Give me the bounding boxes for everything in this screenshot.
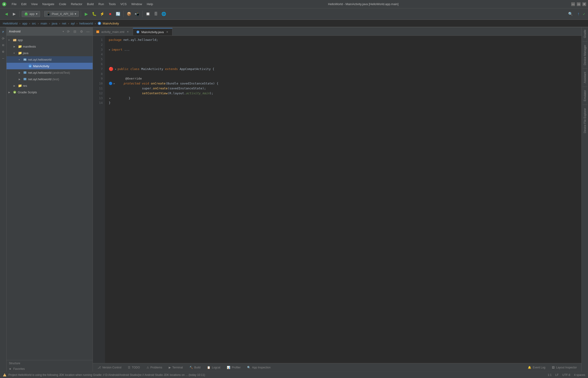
- favorites-panel[interactable]: ★ Favorites: [7, 366, 93, 371]
- menu-window[interactable]: Window: [129, 1, 145, 7]
- tree-label-app: app: [18, 38, 23, 42]
- bottom-tab-event-log[interactable]: 🔔 Event Log: [525, 365, 548, 370]
- menu-vcs[interactable]: VCS: [118, 1, 129, 7]
- menu-edit[interactable]: Edit: [19, 1, 29, 7]
- bottom-tab-build[interactable]: 🔨 Build: [187, 365, 203, 370]
- back-button[interactable]: ◀: [3, 11, 10, 17]
- db-inspector-button[interactable]: 🗄: [152, 11, 159, 17]
- bottom-tab-profiler[interactable]: 📊 Profiler: [224, 365, 243, 370]
- tab-xml-label: activity_main.xml: [101, 30, 124, 34]
- menu-navigate[interactable]: Navigate: [40, 1, 56, 7]
- code-content[interactable]: package net.ayl.helloworld; ▸import ... …: [105, 36, 581, 363]
- breadcrumb-mainactivity[interactable]: MainActivity: [103, 22, 119, 25]
- structure-panel[interactable]: Structure: [7, 360, 93, 366]
- gradle-panel-label[interactable]: Gradle: [582, 27, 588, 40]
- settings-button[interactable]: ↑: [575, 11, 582, 17]
- tree-item-res[interactable]: ▶ 📁 res: [7, 82, 93, 89]
- run-button[interactable]: ▶: [83, 11, 90, 17]
- menu-file[interactable]: File: [9, 1, 19, 7]
- network-inspector-button[interactable]: 🌐: [160, 11, 167, 17]
- tree-item-mainactivity[interactable]: ▶ A MainActivity: [7, 63, 93, 69]
- status-position[interactable]: 1:1: [548, 373, 552, 377]
- collapse-all-icon[interactable]: ⊟: [0, 42, 6, 48]
- code-line-2: [109, 42, 578, 47]
- breadcrumb-ayl[interactable]: ayl: [71, 22, 75, 25]
- maximize-button[interactable]: ▭: [577, 2, 581, 6]
- device-file-explorer-panel-label[interactable]: Device File Explorer: [582, 106, 588, 135]
- panel-close-btn[interactable]: —: [86, 29, 90, 34]
- bottom-tab-problems[interactable]: ⚠ Problems: [144, 365, 165, 370]
- panel-collapse-btn[interactable]: ⊟: [73, 29, 77, 34]
- sync-project-icon[interactable]: ⟳: [0, 36, 6, 41]
- tree-item-gradle-scripts[interactable]: ▶ G Gradle Scripts: [7, 89, 93, 95]
- bottom-tab-todo[interactable]: ☰ TODO: [125, 365, 143, 370]
- tree-item-package-main[interactable]: ▾ pkg net.ayl.helloworld: [7, 56, 93, 63]
- tab-java-close[interactable]: ✕: [166, 30, 169, 34]
- bottom-tab-version-control[interactable]: ⎇ Version Control: [95, 365, 124, 370]
- close-panel-icon[interactable]: —: [0, 55, 6, 61]
- breadcrumb-java[interactable]: java: [52, 22, 57, 25]
- breadcrumb-helloworld2[interactable]: helloworld: [79, 22, 93, 25]
- debug-button[interactable]: 🐛: [91, 11, 98, 17]
- status-lf[interactable]: LF: [555, 373, 559, 377]
- code-line-6: [109, 62, 578, 67]
- menu-tools[interactable]: Tools: [107, 1, 118, 7]
- menu-build[interactable]: Build: [85, 1, 96, 7]
- tree-item-package-androidtest[interactable]: ▶ net.ayl.helloworld (androidTest): [7, 69, 93, 76]
- menu-run[interactable]: Run: [96, 1, 107, 7]
- tree-item-java[interactable]: ▾ 📁 java: [7, 50, 93, 56]
- bottom-tab-app-inspection[interactable]: 🔍 App Inspection: [244, 365, 273, 370]
- bottom-tab-logcat[interactable]: 📋 Logcat: [204, 365, 223, 370]
- breadcrumb-net[interactable]: net: [62, 22, 66, 25]
- todo-icon: ☰: [128, 366, 130, 369]
- breadcrumb-main[interactable]: main: [40, 22, 47, 25]
- sync-button[interactable]: 🔄: [115, 11, 121, 17]
- stop-button[interactable]: ■: [107, 11, 114, 17]
- tab-mainactivity-java[interactable]: J MainActivity.java ✕: [133, 28, 173, 35]
- menu-code[interactable]: Code: [57, 1, 69, 7]
- avd-manager-button[interactable]: 📲: [134, 11, 140, 17]
- search-everywhere-button[interactable]: 🔍: [567, 11, 574, 17]
- sdk-manager-button[interactable]: 📦: [126, 11, 133, 17]
- svg-point-5: [27, 13, 27, 13]
- tab-activity-main-xml[interactable]: XML activity_main.xml ✕: [93, 28, 133, 35]
- panel-settings-btn[interactable]: ⚙: [79, 29, 84, 34]
- tree-item-app[interactable]: ▾ app: [7, 37, 93, 43]
- app-folder-icon: [13, 38, 17, 42]
- close-button[interactable]: ✕: [582, 2, 586, 6]
- layout-inspector-button[interactable]: 🔲: [145, 11, 151, 17]
- editor-area: XML activity_main.xml ✕ J MainActivity.j…: [93, 27, 581, 371]
- tree-item-manifests[interactable]: ▶ 📁 manifests: [7, 43, 93, 50]
- breadcrumb-helloworld[interactable]: HelloWorld: [3, 22, 17, 25]
- menu-help[interactable]: Help: [145, 1, 155, 7]
- breadcrumb-app[interactable]: app: [22, 22, 27, 25]
- forward-button[interactable]: ▶: [11, 11, 18, 17]
- menu-refactor[interactable]: Refactor: [69, 1, 85, 7]
- tree-item-package-test[interactable]: ▶ net.ayl.helloworld (test): [7, 76, 93, 82]
- bottom-tab-terminal[interactable]: ▶ Terminal: [166, 365, 186, 370]
- device-selector[interactable]: 📱 Pixel_4_API_33 ▾: [44, 11, 79, 17]
- code-editor[interactable]: 1 2 3 4 5 6 7 8 9 10 11 12 13 14 package…: [93, 36, 581, 363]
- status-encoding[interactable]: UTF-8: [562, 373, 570, 377]
- panel-sync-btn[interactable]: ⟳: [66, 29, 71, 34]
- breadcrumb-sep-4: ›: [49, 22, 50, 25]
- bottom-tab-layout-inspector[interactable]: 🖼 Layout Inspector: [549, 365, 580, 370]
- emulator-panel-label[interactable]: Emulator: [582, 88, 588, 104]
- svg-rect-14: [24, 71, 26, 74]
- assistant-panel-label[interactable]: Assistant: [582, 69, 588, 86]
- project-panel-toggle[interactable]: P: [0, 29, 6, 35]
- settings-panel-icon[interactable]: ⚙: [0, 49, 6, 54]
- toolbar-separator-5: [142, 11, 143, 17]
- menu-view[interactable]: View: [29, 1, 40, 7]
- breadcrumb-src[interactable]: src: [32, 22, 36, 25]
- app-selector[interactable]: app ▾: [22, 11, 40, 17]
- tab-xml-close[interactable]: ✕: [126, 30, 130, 33]
- device-manager-panel-label[interactable]: Device Manager: [582, 42, 588, 68]
- tree-label-mainactivity: MainActivity: [33, 64, 49, 68]
- profile-button[interactable]: ⚡: [99, 11, 106, 17]
- status-indent[interactable]: 4 spaces: [574, 373, 585, 377]
- main-area: P ⟳ ⊟ ⚙ — Android ▾ ⟳ ⊟ ⚙ — ▾ app: [0, 27, 588, 371]
- minimize-button[interactable]: —: [571, 2, 575, 6]
- panel-dropdown[interactable]: ▾: [62, 30, 64, 33]
- svg-text:G: G: [14, 92, 15, 94]
